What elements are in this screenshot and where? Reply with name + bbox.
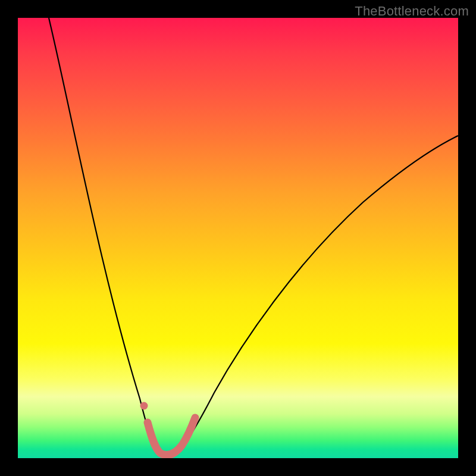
curve-layer bbox=[18, 18, 458, 458]
pink-dot-icon bbox=[140, 402, 148, 410]
bottleneck-curve bbox=[49, 18, 458, 455]
pink-valley-marker bbox=[148, 418, 195, 455]
watermark-text: TheBottleneck.com bbox=[355, 4, 469, 19]
plot-area bbox=[18, 18, 458, 458]
outer-frame: TheBottleneck.com bbox=[0, 0, 476, 476]
